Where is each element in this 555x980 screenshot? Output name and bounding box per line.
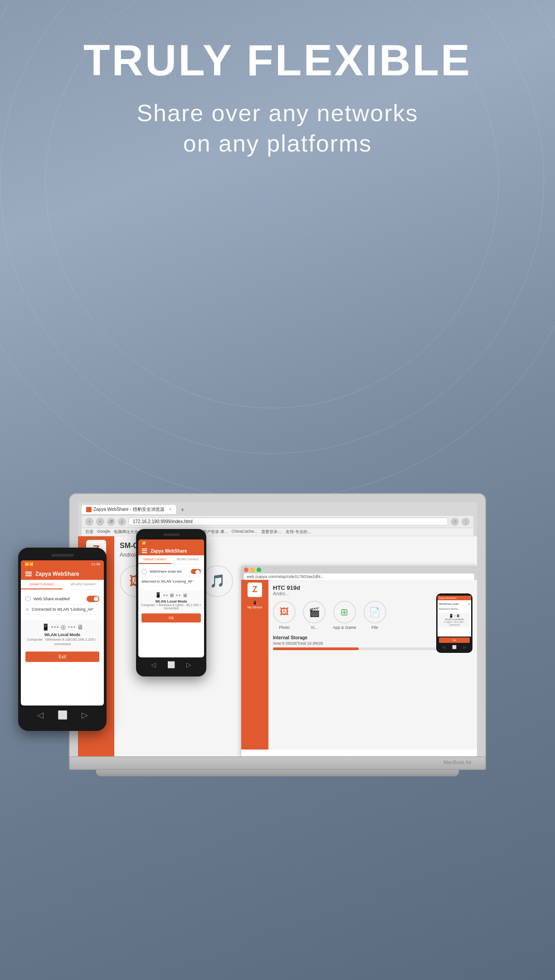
bookmark-baidu[interactable]: 百度 xyxy=(85,529,93,535)
nested-file-circle: 📄 xyxy=(364,601,386,623)
nested-phone-icon: 📱 xyxy=(253,601,257,605)
nested-photo-circle: 🖼 xyxy=(273,601,296,623)
phone-topbar: Zapya WebShare xyxy=(21,568,104,580)
bookmark-google[interactable]: Google xyxy=(97,529,110,535)
center-phone-tabs: Default Connect WLAN Connect xyxy=(138,555,204,564)
bookmark-dz[interactable]: 电脑网址大全 xyxy=(114,529,138,535)
phone-statusbar: 📶📶 11:08 xyxy=(21,560,104,568)
inner-recent[interactable]: ▷ xyxy=(463,645,466,649)
inner-ok-btn[interactable]: Ok xyxy=(439,637,470,643)
diag-dot xyxy=(68,626,70,628)
nested-file-label: File xyxy=(371,625,378,630)
center-mode-sub: Computer > Windows 8.1@92...46.2.205 > c… xyxy=(138,603,204,610)
nested-video-circle: 🎬 xyxy=(303,601,326,623)
laptop-device: Zapya WebShare - 猎豹安全浏览器 × + ‹ › ↺ ⌂ xyxy=(69,493,486,776)
nested-chrome: web.izapya.com/relay/cide317803ae2df4... xyxy=(241,566,477,580)
menu-btn[interactable]: ⋮ xyxy=(462,518,470,526)
hero-text-block: TRULY FLEXIBLE Share over any networks o… xyxy=(0,0,555,159)
tab-close[interactable]: × xyxy=(169,507,172,512)
center-phone-content: WebShare enab led Attached to WLAN 'Lind… xyxy=(138,564,204,588)
center-wifi-row: Attached to WLAN 'Lindong_AF' xyxy=(141,577,201,586)
recents-icon[interactable]: ▷ xyxy=(82,710,88,720)
phone-screen-left: 📶📶 11:08 Zapya WebShare xyxy=(21,560,104,706)
nested-video-label: Vi... xyxy=(311,625,317,630)
inner-home[interactable]: ⬜ xyxy=(452,645,457,649)
inner-connected: Attached to WLAN... xyxy=(439,607,470,611)
center-ham-icon[interactable] xyxy=(142,549,147,553)
home-icon[interactable]: ⬜ xyxy=(58,710,68,720)
center-tab-wlan[interactable]: WLAN Connect xyxy=(171,555,204,564)
connection-diagram: 📱 ⊕ 🖥 xyxy=(21,620,104,649)
wifi-row: ≋ Connected to WLAN 'Lindong_AF' xyxy=(25,605,99,615)
nested-app-item[interactable]: ⊞ App & Game xyxy=(333,601,356,630)
home-nav-btn[interactable]: ⌂ xyxy=(118,518,126,526)
center-connected-label: Attached to WLAN 'Lindong_AF' xyxy=(141,579,193,583)
new-tab-btn[interactable]: + xyxy=(180,506,184,513)
center-diag-dots2 xyxy=(176,594,180,596)
nested-video-item[interactable]: 🎬 Vi... xyxy=(303,601,326,630)
diag-dot xyxy=(176,594,178,596)
refresh-btn[interactable]: ↺ xyxy=(107,518,115,526)
nested-file-item[interactable]: 📄 File xyxy=(364,601,386,630)
bookmark-yq[interactable]: 友情-专业的... xyxy=(286,529,311,535)
back-icon[interactable]: ◁ xyxy=(37,710,44,720)
center-exit-button[interactable]: Ok xyxy=(141,613,201,622)
nested-photo-item[interactable]: 🖼 Photo xyxy=(273,601,296,630)
devices-section: 📶📶 11:08 Zapya WebShare xyxy=(0,186,555,776)
nested-logo[interactable]: Z xyxy=(248,583,262,597)
phone-device-left: 📶📶 11:08 Zapya WebShare xyxy=(18,548,107,731)
tab-wlan-connect[interactable]: WLAN Connect xyxy=(63,580,104,589)
dot-green[interactable] xyxy=(257,568,261,572)
center-diagram-row: 📱 ⊕ 🖥 xyxy=(155,592,187,598)
center-tab-smart[interactable]: Default Connect xyxy=(138,555,171,564)
web-share-icon xyxy=(25,596,31,602)
diag-dot xyxy=(51,626,53,628)
center-web-share-row: WebShare enab led xyxy=(141,567,201,577)
exit-button[interactable]: Exit xyxy=(25,652,99,662)
diag-dots xyxy=(68,626,75,628)
center-recents-icon[interactable]: ▷ xyxy=(186,661,191,668)
inner-phone-content: WebShare enab ● Attached to WLAN... 📱···… xyxy=(438,600,471,637)
dot-yellow[interactable] xyxy=(250,568,255,572)
web-share-label: Web Share enabled xyxy=(34,597,69,601)
nested-browser: web.izapya.com/relay/cide317803ae2df4...… xyxy=(241,566,477,756)
center-app-title: Zapya WebShare xyxy=(151,549,187,554)
mode-sub: Computer（Windows 8.1@192.168.2.205）conne… xyxy=(21,637,104,646)
diag-dot xyxy=(54,626,56,628)
dot-red[interactable] xyxy=(244,568,248,572)
back-nav-btn[interactable]: ‹ xyxy=(85,518,93,526)
inner-diagram: 📱···🖥 WLAN Local Mode 8.1@92...46.2.205 … xyxy=(439,612,470,627)
web-share-row: Web Share enabled xyxy=(25,593,99,605)
bookmark-user2[interactable]: 用户登录-摩... xyxy=(203,529,228,535)
nested-address[interactable]: web.izapya.com/relay/cide317803ae2df4... xyxy=(244,573,474,580)
address-field[interactable]: 172.16.2.190:9999/index.html xyxy=(129,518,448,525)
hero-background: TRULY FLEXIBLE Share over any networks o… xyxy=(0,0,555,980)
nested-nav[interactable]: 📱 My Device xyxy=(248,601,263,609)
hero-title: TRULY FLEXIBLE xyxy=(0,36,555,84)
diag-dot xyxy=(163,594,165,596)
diag-dot xyxy=(73,626,75,628)
nested-main: HTC 919d Andro... 🖼 Photo xyxy=(268,580,477,750)
music-icon: 🎵 xyxy=(209,573,225,588)
hamburger-icon[interactable] xyxy=(25,572,32,576)
browser-tab[interactable]: Zapya WebShare - 猎豹安全浏览器 × xyxy=(82,505,176,514)
center-home-icon[interactable]: ⬜ xyxy=(167,661,175,668)
phone-topbar-center: Zapya WebShare xyxy=(138,547,204,555)
diag-dot xyxy=(166,594,168,596)
wifi-left: ≋ Connected to WLAN 'Lindong_AF' xyxy=(25,607,94,612)
center-diag-router: ⊕ xyxy=(170,592,174,598)
center-toggle[interactable] xyxy=(191,569,201,574)
bookmark-cc[interactable]: ChinaCache... xyxy=(232,529,258,535)
nested-app-circle: ⊞ xyxy=(333,601,356,623)
center-back-icon[interactable]: ◁ xyxy=(151,661,156,668)
phone-home-bar: ◁ ⬜ ▷ xyxy=(21,706,104,725)
star-btn[interactable]: ☆ xyxy=(451,518,459,526)
inner-back[interactable]: ◁ xyxy=(443,645,445,649)
tab-label: Zapya WebShare - 猎豹安全浏览器 xyxy=(93,506,165,513)
connected-label: Connected to WLAN 'Lindong_AF' xyxy=(32,607,94,612)
web-share-toggle[interactable] xyxy=(87,596,99,602)
tab-smart-connect[interactable]: Smart Connect xyxy=(21,580,63,589)
bookmark-xd[interactable]: 需要登录-... xyxy=(261,529,282,535)
hero-subtitle: Share over any networks on any platforms xyxy=(0,98,555,159)
forward-nav-btn[interactable]: › xyxy=(96,518,104,526)
